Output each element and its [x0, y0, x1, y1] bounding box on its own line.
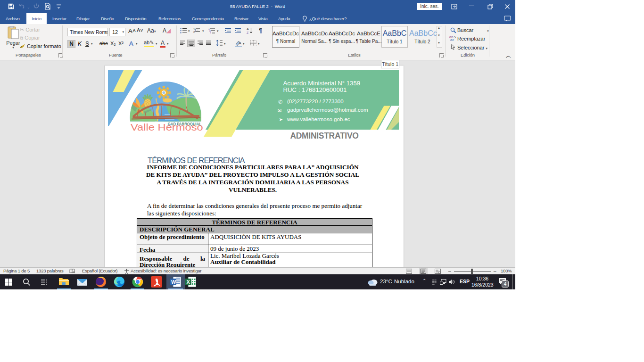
- svg-text:2: 2: [193, 31, 195, 33]
- svg-text:A: A: [239, 41, 241, 45]
- svg-text:A: A: [247, 27, 249, 31]
- svg-text:gadprvallehermoso@hotmail.com: gadprvallehermoso@hotmail.com: [287, 107, 368, 113]
- svg-text:i: i: [210, 31, 211, 33]
- svg-text:➤: ➤: [279, 117, 283, 122]
- svg-text:W: W: [171, 279, 176, 285]
- svg-text:Z: Z: [247, 31, 249, 34]
- svg-text:RUC : 1768120600001: RUC : 1768120600001: [283, 86, 347, 93]
- svg-text:ac: ac: [450, 38, 454, 41]
- svg-text:(02)2773220 / 2773300: (02)2773220 / 2773300: [287, 99, 344, 104]
- svg-text:Acuerdo Ministerial N° 1359: Acuerdo Ministerial N° 1359: [283, 80, 361, 87]
- svg-text:Valle Hermoso: Valle Hermoso: [131, 122, 203, 132]
- svg-text:✉: ✉: [278, 108, 281, 113]
- svg-text:✆: ✆: [278, 99, 282, 105]
- svg-text:www.vallehermoso.gob.ec: www.vallehermoso.gob.ec: [287, 116, 350, 122]
- svg-text:X: X: [187, 279, 190, 285]
